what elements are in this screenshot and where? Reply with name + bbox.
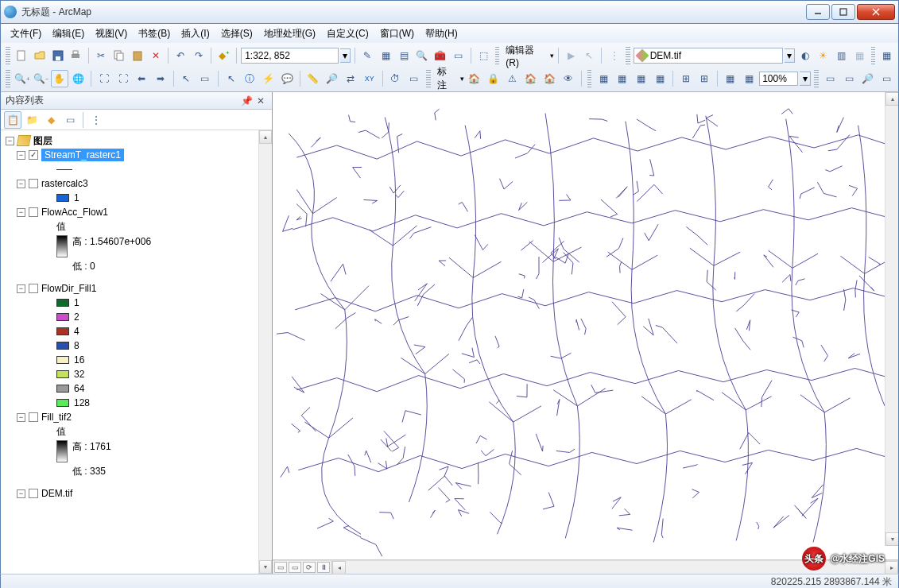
georef-7-icon[interactable]: ▦ bbox=[722, 70, 739, 87]
toc-scrollbar[interactable]: ▴▾ bbox=[258, 130, 272, 574]
contrast-icon[interactable]: ◐ bbox=[796, 47, 813, 64]
layer-checkbox[interactable] bbox=[29, 207, 38, 217]
list-by-selection-icon[interactable]: ▭ bbox=[61, 111, 79, 129]
paste-icon[interactable] bbox=[129, 47, 145, 64]
cut-icon[interactable]: ✂ bbox=[93, 47, 110, 64]
layer-rastercalc[interactable]: rastercalc3 bbox=[41, 178, 88, 189]
toolbar-grip[interactable] bbox=[626, 47, 630, 64]
toolbar-grip[interactable] bbox=[6, 47, 10, 64]
menu-selection[interactable]: 选择(S) bbox=[216, 25, 258, 42]
layout-4-icon[interactable]: ▭ bbox=[878, 70, 896, 87]
label-priority-icon[interactable]: ⚠ bbox=[503, 70, 521, 87]
options-icon[interactable]: ⋮ bbox=[87, 111, 105, 129]
map-canvas[interactable]: ▴▾ bbox=[273, 92, 898, 560]
menu-view[interactable]: 视图(V) bbox=[91, 25, 132, 42]
delete-icon[interactable]: ✕ bbox=[147, 47, 164, 64]
edit-arrow-icon[interactable]: ▶ bbox=[563, 47, 579, 64]
layer-flowacc[interactable]: FlowAcc_Flow1 bbox=[41, 207, 108, 218]
hscroll-right-icon[interactable]: ▸ bbox=[885, 561, 898, 574]
data-view-icon[interactable]: ▭ bbox=[274, 562, 287, 573]
toolbar-grip[interactable] bbox=[426, 70, 431, 87]
maximize-button[interactable] bbox=[831, 4, 855, 20]
new-icon[interactable] bbox=[14, 47, 30, 64]
python-icon[interactable]: ▭ bbox=[450, 47, 467, 64]
menu-help[interactable]: 帮助(H) bbox=[420, 25, 463, 42]
zoom-in-icon[interactable]: 🔍+ bbox=[14, 70, 31, 87]
identify-icon[interactable]: ⓘ bbox=[241, 70, 258, 87]
georef-6-icon[interactable]: ⊞ bbox=[696, 70, 713, 87]
layout-1-icon[interactable]: ▭ bbox=[822, 70, 839, 87]
menu-windows[interactable]: 窗口(W) bbox=[375, 25, 419, 42]
list-by-visibility-icon[interactable]: ◆ bbox=[42, 111, 60, 129]
toolbar-grip[interactable] bbox=[814, 70, 819, 87]
goto-xy-icon[interactable]: XY bbox=[361, 70, 378, 87]
find-route-icon[interactable]: ⇄ bbox=[342, 70, 359, 87]
hscroll-left-icon[interactable]: ◂ bbox=[332, 561, 346, 574]
label-weight-icon[interactable]: 🏠 bbox=[522, 70, 540, 87]
georef-1-icon[interactable]: ▦ bbox=[595, 70, 612, 87]
transparency-icon[interactable]: ▦ bbox=[851, 47, 868, 64]
layer-checkbox[interactable] bbox=[29, 284, 38, 293]
menu-bookmarks[interactable]: 书签(B) bbox=[134, 25, 175, 42]
close-button[interactable] bbox=[857, 4, 895, 20]
label-view-icon[interactable]: 👁 bbox=[560, 70, 577, 87]
pan-icon[interactable]: ✋ bbox=[51, 70, 68, 87]
model-icon[interactable]: ⬚ bbox=[475, 47, 492, 64]
menu-customize[interactable]: 自定义(C) bbox=[322, 25, 374, 42]
catalog-icon[interactable]: ▤ bbox=[396, 47, 413, 64]
hyperlink-icon[interactable]: ⚡ bbox=[260, 70, 277, 87]
save-icon[interactable] bbox=[49, 47, 66, 64]
georef-4-icon[interactable]: ▦ bbox=[651, 70, 668, 87]
fixed-zoom-out-icon[interactable]: ⛶ bbox=[114, 70, 132, 87]
fixed-zoom-in-icon[interactable]: ⛶ bbox=[95, 70, 113, 87]
collapse-icon[interactable]: − bbox=[17, 151, 25, 160]
collapse-icon[interactable]: − bbox=[17, 180, 25, 188]
toolbar-grip[interactable] bbox=[587, 70, 592, 87]
viewer-icon[interactable]: ▭ bbox=[405, 70, 423, 87]
toolbar-grip[interactable] bbox=[871, 47, 876, 64]
next-extent-icon[interactable]: ➡ bbox=[152, 70, 169, 87]
zoom-out-icon[interactable]: 🔍− bbox=[32, 70, 49, 87]
menu-file[interactable]: 文件(F) bbox=[6, 25, 46, 42]
layer-checkbox[interactable] bbox=[29, 150, 38, 160]
close-panel-icon[interactable]: ✕ bbox=[254, 95, 267, 107]
georef-8-icon[interactable]: ▦ bbox=[741, 70, 758, 87]
select-icon[interactable]: ↖ bbox=[178, 70, 196, 87]
undo-icon[interactable]: ↶ bbox=[172, 47, 189, 64]
time-slider-icon[interactable]: ⏱ bbox=[386, 70, 404, 87]
brightness-icon[interactable]: ☀ bbox=[815, 47, 831, 64]
layer-dem[interactable]: DEM.tif bbox=[41, 488, 72, 499]
label-tool-menu[interactable]: 标注 bbox=[434, 65, 459, 92]
georef-5-icon[interactable]: ⊞ bbox=[677, 70, 695, 87]
copy-icon[interactable] bbox=[111, 47, 128, 64]
layer-dropdown-icon[interactable]: ▾ bbox=[785, 48, 795, 63]
html-popup-icon[interactable]: 💬 bbox=[279, 70, 296, 87]
label-lock-icon[interactable]: 🔒 bbox=[485, 70, 502, 87]
open-icon[interactable] bbox=[31, 47, 48, 64]
list-by-source-icon[interactable]: 📁 bbox=[23, 111, 41, 129]
add-data-icon[interactable]: ◆+ bbox=[215, 47, 232, 64]
collapse-icon[interactable]: − bbox=[17, 208, 25, 217]
label-setup-icon[interactable]: 🏠 bbox=[466, 70, 483, 87]
georef-2-icon[interactable]: ▦ bbox=[614, 70, 631, 87]
search-icon[interactable]: 🔍 bbox=[413, 47, 430, 64]
layer-checkbox[interactable] bbox=[29, 179, 38, 188]
menu-insert[interactable]: 插入(I) bbox=[176, 25, 214, 42]
label-delete-icon[interactable]: 🏠 bbox=[541, 70, 558, 87]
layout-3-icon[interactable]: 🔎 bbox=[859, 70, 877, 87]
layer-stream[interactable]: StreamT_rasterc1 bbox=[41, 149, 124, 161]
layout-2-icon[interactable]: ▭ bbox=[841, 70, 858, 87]
histogram-icon[interactable]: ▥ bbox=[833, 47, 850, 64]
pointer-icon[interactable]: ↖ bbox=[223, 70, 240, 87]
menu-edit[interactable]: 编辑(E) bbox=[48, 25, 89, 42]
map-vscrollbar[interactable]: ▴▾ bbox=[885, 92, 898, 546]
refresh-view-icon[interactable]: ⟳ bbox=[303, 562, 316, 573]
zoom-dropdown-icon[interactable]: ▾ bbox=[800, 72, 811, 86]
full-extent-icon[interactable]: 🌐 bbox=[70, 70, 87, 87]
toolbar-grip[interactable] bbox=[495, 47, 500, 64]
collapse-icon[interactable]: − bbox=[17, 489, 25, 498]
prev-extent-icon[interactable]: ⬅ bbox=[133, 70, 150, 87]
toolbox-icon[interactable]: 🧰 bbox=[432, 47, 448, 64]
georef-3-icon[interactable]: ▦ bbox=[633, 70, 650, 87]
edit-tool-icon[interactable]: ↖ bbox=[580, 47, 597, 64]
